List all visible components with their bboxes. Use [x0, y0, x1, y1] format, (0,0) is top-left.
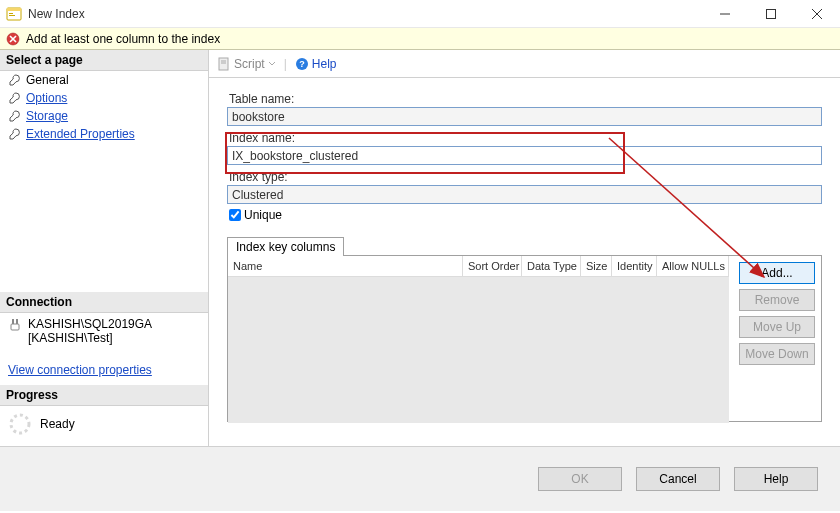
- svg-rect-12: [16, 319, 18, 324]
- tab-area: Index key columns Name Sort Order Data T…: [227, 236, 822, 422]
- page-item-extprops[interactable]: Extended Properties: [0, 125, 208, 143]
- script-bar: Script | ? Help: [209, 50, 840, 78]
- warning-bar: Add at least one column to the index: [0, 28, 840, 50]
- tab-index-key-columns[interactable]: Index key columns: [227, 237, 344, 256]
- table-name-label: Table name:: [229, 92, 822, 106]
- wrench-icon: [8, 91, 22, 105]
- svg-text:?: ?: [299, 59, 305, 69]
- page-item-storage[interactable]: Storage: [0, 107, 208, 125]
- remove-button: Remove: [739, 289, 815, 311]
- grid-button-stack: Add... Remove Move Up Move Down: [729, 256, 821, 421]
- col-header-size[interactable]: Size: [581, 256, 612, 276]
- script-icon: [217, 57, 231, 71]
- page-item-general[interactable]: General: [0, 71, 208, 89]
- index-columns-grid[interactable]: Name Sort Order Data Type Size Identity …: [228, 256, 729, 421]
- right-pane: Script | ? Help Table name: Index name: …: [209, 50, 840, 446]
- server-icon: [8, 318, 22, 332]
- content-area: Select a page General Options Storage Ex…: [0, 50, 840, 447]
- col-header-sort-order[interactable]: Sort Order: [463, 256, 522, 276]
- wrench-icon: [8, 109, 22, 123]
- move-down-button: Move Down: [739, 343, 815, 365]
- dropdown-arrow-icon: [268, 60, 276, 68]
- col-header-data-type[interactable]: Data Type: [522, 256, 581, 276]
- annotation-highlight-box: [225, 132, 625, 174]
- connection-body: KASHISH\SQL2019GA [KASHISH\Test]: [0, 313, 208, 353]
- connection-context: [KASHISH\Test]: [28, 331, 152, 345]
- add-button[interactable]: Add...: [739, 262, 815, 284]
- page-link-extprops[interactable]: Extended Properties: [26, 127, 135, 141]
- titlebar: New Index: [0, 0, 840, 28]
- page-link-options[interactable]: Options: [26, 91, 67, 105]
- window-controls: [702, 0, 840, 28]
- page-item-options[interactable]: Options: [0, 89, 208, 107]
- grid-header: Name Sort Order Data Type Size Identity …: [228, 256, 729, 277]
- progress-header: Progress: [0, 385, 208, 406]
- connection-header: Connection: [0, 292, 208, 313]
- col-header-name[interactable]: Name: [228, 256, 463, 276]
- svg-rect-11: [12, 319, 14, 324]
- wrench-icon: [8, 127, 22, 141]
- help-button[interactable]: ? Help: [295, 57, 337, 71]
- maximize-button[interactable]: [748, 0, 794, 28]
- col-header-identity[interactable]: Identity: [612, 256, 657, 276]
- col-header-allow-nulls[interactable]: Allow NULLs: [657, 256, 729, 276]
- window-title: New Index: [28, 7, 85, 21]
- svg-point-14: [11, 415, 29, 433]
- svg-rect-15: [219, 58, 228, 70]
- page-link-general[interactable]: General: [26, 73, 69, 87]
- help-dialog-button[interactable]: Help: [734, 467, 818, 491]
- script-button[interactable]: Script: [217, 57, 276, 71]
- left-pane: Select a page General Options Storage Ex…: [0, 50, 209, 446]
- move-up-button: Move Up: [739, 316, 815, 338]
- progress-status: Ready: [40, 417, 75, 431]
- svg-rect-2: [9, 13, 13, 14]
- dialog-button-bar: OK Cancel Help: [0, 447, 840, 511]
- index-type-input: [227, 185, 822, 204]
- grid-body-empty: [228, 277, 729, 423]
- script-label: Script: [234, 57, 265, 71]
- help-icon: ?: [295, 57, 309, 71]
- svg-rect-1: [7, 8, 21, 11]
- unique-checkbox[interactable]: [229, 209, 241, 221]
- svg-rect-3: [9, 15, 15, 16]
- separator: |: [284, 57, 287, 71]
- select-page-header: Select a page: [0, 50, 208, 71]
- unique-label: Unique: [244, 208, 282, 222]
- table-name-input: [227, 107, 822, 126]
- error-icon: [6, 32, 20, 46]
- progress-body: Ready: [0, 406, 208, 446]
- minimize-button[interactable]: [702, 0, 748, 28]
- server-name: KASHISH\SQL2019GA: [28, 317, 152, 331]
- app-icon: [6, 6, 22, 22]
- close-button[interactable]: [794, 0, 840, 28]
- warning-text: Add at least one column to the index: [26, 32, 220, 46]
- view-connection-properties-link[interactable]: View connection properties: [0, 353, 208, 385]
- svg-rect-5: [767, 9, 776, 18]
- wrench-icon: [8, 73, 22, 87]
- ok-button: OK: [538, 467, 622, 491]
- help-label: Help: [312, 57, 337, 71]
- page-link-storage[interactable]: Storage: [26, 109, 68, 123]
- form-body: Table name: Index name: Index type: Uniq…: [209, 78, 840, 446]
- progress-ring-icon: [8, 412, 32, 436]
- svg-rect-13: [11, 324, 19, 330]
- cancel-button[interactable]: Cancel: [636, 467, 720, 491]
